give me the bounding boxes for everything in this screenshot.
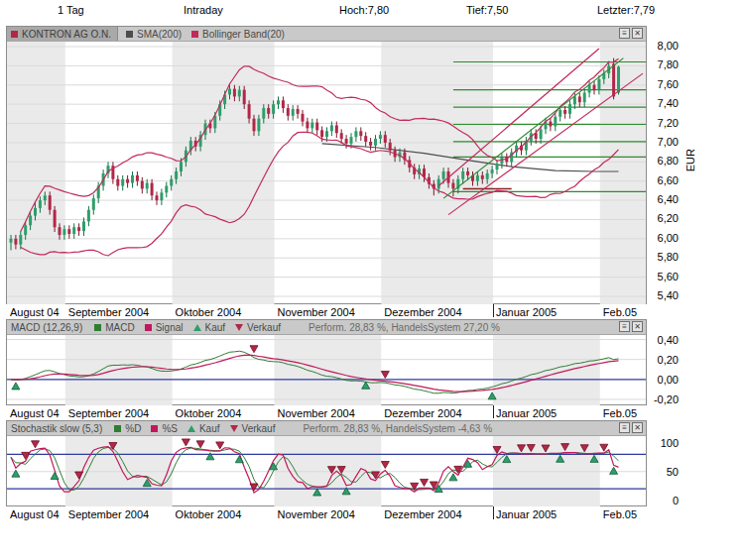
sell-signal-marker <box>600 444 608 451</box>
stochastic-title: Stochastik slow (5,3) <box>11 423 102 434</box>
stochastic-chart-canvas[interactable] <box>7 436 646 506</box>
legend-item-sma200[interactable]: SMA(200) <box>126 29 182 40</box>
y-tick-label: 0 <box>649 495 679 506</box>
sell-signal-marker <box>421 479 429 486</box>
sell-signal-marker <box>196 441 204 448</box>
legend-item-instrument[interactable]: KONTRON AG O.N. <box>7 27 118 41</box>
panel-close-icon[interactable]: ✕ <box>632 422 643 433</box>
day-high-value: Hoch:7,80 <box>339 4 389 16</box>
buy-signal-marker <box>12 383 20 390</box>
panel-menu-icon[interactable]: ≡ <box>619 321 630 332</box>
x-axis-label: Dezember 2004 <box>384 508 461 520</box>
y-tick-label: 8,00 <box>649 40 679 52</box>
x-axis-label: Feb.05 <box>603 407 637 419</box>
y-tick-label: 5,60 <box>649 271 679 282</box>
signal-series-label: Signal <box>156 322 184 333</box>
legend-item-macd-verkauf[interactable]: Verkauf <box>235 322 281 333</box>
sma200-swatch-icon <box>126 31 133 38</box>
panel-menu-icon[interactable]: ≡ <box>619 28 630 39</box>
y-tick-label: 7,80 <box>649 58 679 70</box>
buy-triangle-icon <box>193 324 201 331</box>
legend-item-macd-kauf[interactable]: Kauf <box>193 322 226 333</box>
y-tick-label: 6,60 <box>649 174 679 186</box>
x-axis-label: November 2004 <box>278 508 355 520</box>
x-axis-label: Januar 2005 <box>496 407 557 419</box>
legend-item-percent-d[interactable]: %D <box>114 423 141 434</box>
quote-summary-bar: 1 Tag Intraday Hoch:7,80 Tief:7,50 Letzt… <box>0 0 745 24</box>
chart-type-label[interactable]: Intraday <box>184 4 223 16</box>
price-chart-canvas[interactable] <box>7 42 646 304</box>
sell-signal-marker <box>182 439 189 446</box>
day-low-value: Tief:7,50 <box>466 4 508 16</box>
panel-close-icon[interactable]: ✕ <box>632 321 643 332</box>
y-tick-label: 0,00 <box>649 374 679 386</box>
currency-axis-label: EUR <box>684 149 696 171</box>
instrument-swatch-icon <box>11 31 18 38</box>
instrument-name: KONTRON AG O.N. <box>22 29 111 40</box>
stoch-buy-label: Kauf <box>199 423 220 434</box>
x-axis-label: August 04 <box>10 407 60 419</box>
buy-signal-marker <box>206 453 214 460</box>
percent-s-swatch-icon <box>151 425 158 432</box>
stoch-sell-label: Verkauf <box>242 423 276 434</box>
y-tick-label: 100 <box>649 437 679 449</box>
timeframe-label[interactable]: 1 Tag <box>58 4 84 16</box>
legend-item-signal[interactable]: Signal <box>145 322 184 333</box>
sell-signal-marker <box>250 346 258 353</box>
macd-series-label: MACD <box>105 322 134 333</box>
x-axis-label: September 2004 <box>68 407 149 419</box>
macd-sell-label: Verkauf <box>247 322 281 333</box>
x-axis-label: Oktober 2004 <box>176 508 242 520</box>
bollinger-swatch-icon <box>191 31 198 38</box>
macd-chart-canvas[interactable] <box>7 335 646 405</box>
legend-item-stoch-verkauf[interactable]: Verkauf <box>230 423 276 434</box>
y-tick-label: 6,20 <box>649 212 679 224</box>
legend-item-stoch-kauf[interactable]: Kauf <box>187 423 220 434</box>
x-axis-label: November 2004 <box>278 306 355 318</box>
macd-panel-legend: MACD (12,26,9) MACD Signal Kauf Verkauf … <box>7 320 646 335</box>
x-axis-label: August 04 <box>10 306 60 318</box>
y-tick-label: 7,40 <box>649 97 679 109</box>
sell-signal-marker <box>381 372 389 379</box>
signal-swatch-icon <box>145 324 152 331</box>
percent-d-swatch-icon <box>114 425 121 432</box>
legend-item-macd[interactable]: MACD <box>94 322 134 333</box>
buy-signal-marker <box>12 470 20 477</box>
legend-item-bollinger[interactable]: Bollinger Band(20) <box>191 29 285 40</box>
panel-menu-icon[interactable]: ≡ <box>619 422 630 433</box>
stochastic-performance: Perform. 28,83 %, HandelsSystem -4,63 % <box>303 423 492 434</box>
price-plot-area <box>7 42 646 304</box>
bollinger-label: Bollinger Band(20) <box>202 29 285 40</box>
percent-s-label: %S <box>162 423 178 434</box>
y-tick-label: 50 <box>649 466 679 478</box>
year-separator <box>493 304 494 317</box>
x-axis-label: November 2004 <box>278 407 355 419</box>
buy-signal-marker <box>449 474 457 481</box>
y-tick-label: 6,80 <box>649 155 679 167</box>
legend-item-percent-s[interactable]: %S <box>151 423 178 434</box>
x-axis-label: Dezember 2004 <box>384 306 461 318</box>
buy-triangle-icon <box>187 425 195 432</box>
stochastic-plot-area <box>7 436 646 506</box>
panel-close-icon[interactable]: ✕ <box>632 28 643 39</box>
x-axis-label: September 2004 <box>68 306 149 318</box>
buy-signal-marker <box>610 467 618 474</box>
y-tick-label: -0,20 <box>649 393 679 405</box>
year-separator <box>493 506 494 519</box>
y-tick-label: 0,20 <box>649 354 679 366</box>
y-tick-label: 0,40 <box>649 334 679 346</box>
buy-signal-marker <box>235 456 243 463</box>
x-axis-label: Januar 2005 <box>496 306 557 318</box>
x-axis-label: Dezember 2004 <box>384 407 461 419</box>
price-panel: KONTRON AG O.N. SMA(200) Bollinger Band(… <box>6 26 647 304</box>
x-axis-label: September 2004 <box>68 508 149 520</box>
x-axis-price: August 04September 2004Oktober 2004Novem… <box>6 304 661 319</box>
y-tick-label: 6,40 <box>649 193 679 205</box>
x-axis-stochastic: August 04September 2004Oktober 2004Novem… <box>6 506 661 521</box>
price-panel-buttons: ≡ ✕ <box>619 28 643 39</box>
stock-chart-application: 1 Tag Intraday Hoch:7,80 Tief:7,50 Letzt… <box>0 0 745 560</box>
x-axis-macd: August 04September 2004Oktober 2004Novem… <box>6 405 661 420</box>
sell-signal-marker <box>381 462 389 469</box>
macd-performance: Perform. 28,83 %, HandelsSystem 27,20 % <box>309 322 500 333</box>
last-price-value: Letzter:7,79 <box>597 4 655 16</box>
